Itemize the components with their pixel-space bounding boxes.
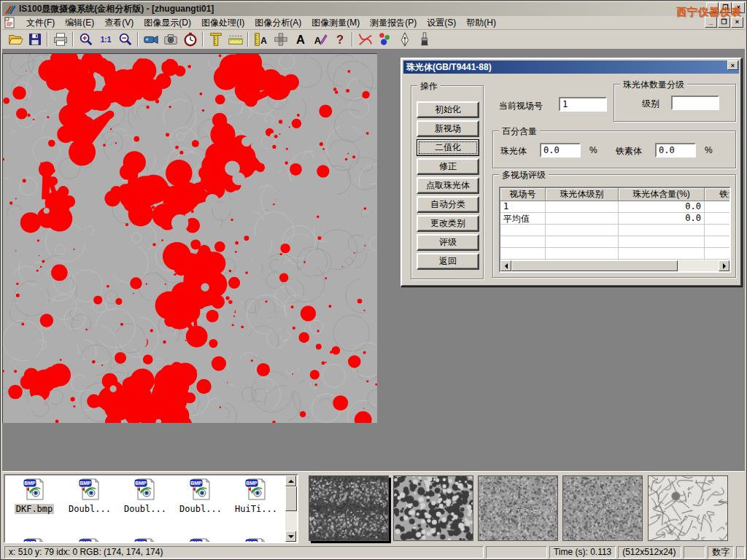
operation-button-0[interactable]: 初始化 xyxy=(417,101,479,118)
menu-item-3[interactable]: 图像显示(D) xyxy=(139,15,196,31)
percent-group-legend: 百分含量 xyxy=(499,125,540,138)
thumbnail-2[interactable] xyxy=(393,475,473,541)
help-button[interactable]: ? xyxy=(330,31,349,48)
rating-table-row-3[interactable] xyxy=(500,236,729,248)
toolbar: 1:1 xyxy=(2,30,745,50)
rating-cell xyxy=(619,236,705,248)
thumbnail-5[interactable] xyxy=(648,475,728,541)
svg-text:BMP: BMP xyxy=(190,481,202,486)
menu-item-9[interactable]: 帮助(H) xyxy=(461,15,501,31)
micrograph-image[interactable] xyxy=(2,53,377,423)
curve-tool-button[interactable] xyxy=(355,31,375,48)
operation-button-3[interactable]: 修正 xyxy=(417,158,479,175)
toolbar-separator xyxy=(202,32,204,47)
file-item-row2-2[interactable]: BMP xyxy=(118,537,172,542)
svg-text:BMP: BMP xyxy=(190,540,202,542)
operation-button-7[interactable]: 评级 xyxy=(417,234,479,251)
file-item-row2-0[interactable]: BMP xyxy=(7,537,61,542)
pick-pen-button[interactable] xyxy=(395,31,414,48)
svg-text:BMP: BMP xyxy=(24,481,36,486)
measure-text-icon: A xyxy=(253,31,269,47)
bmp-file-icon: BMP xyxy=(118,537,172,542)
operation-button-5[interactable]: 自动分类 xyxy=(417,196,479,213)
current-field-input[interactable] xyxy=(559,97,607,112)
measure-text-button[interactable]: A xyxy=(251,31,271,48)
help-icon: ? xyxy=(332,31,348,47)
rating-cell xyxy=(500,225,546,236)
rating-table[interactable]: 视场号珠光体级别珠光体含量(%)铁素体含量(%) 10.0平均值0.0 xyxy=(499,187,731,273)
caliper-icon xyxy=(208,31,224,47)
svg-text:BMP: BMP xyxy=(135,540,147,542)
operation-button-6[interactable]: 更改类别 xyxy=(417,215,479,232)
vscroll-thumb[interactable] xyxy=(285,486,297,511)
thumbnail-4[interactable] xyxy=(562,475,643,541)
scroll-left-button[interactable] xyxy=(500,260,511,271)
operation-button-1[interactable]: 新视场 xyxy=(417,120,479,137)
zoom-out-button[interactable] xyxy=(115,31,135,48)
grade-input[interactable] xyxy=(671,96,719,110)
dialog-close-button[interactable]: × xyxy=(727,61,738,70)
operation-button-2[interactable]: 二值化 xyxy=(417,139,479,156)
scroll-right-button[interactable] xyxy=(719,260,729,271)
classify-dots-button[interactable] xyxy=(375,31,395,48)
thumbnail-1[interactable] xyxy=(309,475,389,541)
operation-button-8[interactable]: 返回 xyxy=(417,253,479,270)
timer-button[interactable] xyxy=(180,31,200,48)
zoom-in-button[interactable] xyxy=(76,31,96,48)
scroll-up-button[interactable] xyxy=(285,475,296,486)
ruler-button[interactable] xyxy=(225,31,245,48)
menu-item-4[interactable]: 图像处理(I) xyxy=(196,15,249,31)
rating-table-row-4[interactable] xyxy=(500,248,729,260)
bmp-file-icon: BMP xyxy=(7,478,61,503)
text-label-button[interactable]: A xyxy=(290,31,310,48)
thumbnail-3[interactable] xyxy=(478,475,558,541)
rating-table-row-0[interactable]: 10.0 xyxy=(500,201,729,213)
menu-item-7[interactable]: 测量报告(P) xyxy=(365,15,422,31)
menu-item-5[interactable]: 图像分析(A) xyxy=(249,15,306,31)
menu-item-6[interactable]: 图像测量(M) xyxy=(306,15,365,31)
file-item-row2-4[interactable]: BMP xyxy=(229,537,283,542)
file-item-1[interactable]: BMPDoubl... xyxy=(63,478,117,514)
zoom-in-icon xyxy=(78,31,94,47)
file-item-row2-1[interactable]: BMP xyxy=(63,537,117,542)
file-item-3[interactable]: BMPDoubl... xyxy=(174,478,228,514)
rating-table-header: 视场号珠光体级别珠光体含量(%)铁素体含量(%) xyxy=(500,188,729,201)
open-file-icon xyxy=(7,31,23,47)
hscroll-thumb[interactable] xyxy=(511,260,678,271)
svg-text:1:1: 1:1 xyxy=(100,36,111,44)
save-button[interactable] xyxy=(25,31,44,48)
video-camera-button[interactable] xyxy=(141,31,160,48)
caliper-measure-button[interactable] xyxy=(206,31,225,48)
pearlite-percent-input[interactable] xyxy=(540,143,581,158)
file-item-2[interactable]: BMPDoubl... xyxy=(118,478,172,514)
file-browser: BMPDKF.bmpBMPDoubl...BMPDoubl...BMPDoubl… xyxy=(4,474,298,543)
rating-col-header-0: 视场号 xyxy=(500,188,546,201)
file-item-4[interactable]: BMPHuiTi... xyxy=(229,478,283,514)
file-item-0[interactable]: BMPDKF.bmp xyxy=(7,478,61,514)
ruler-icon xyxy=(228,31,244,47)
ferrite-percent-input[interactable] xyxy=(655,143,696,158)
edit-annotation-button[interactable]: A xyxy=(310,31,330,48)
grid-cross-button[interactable] xyxy=(271,31,290,48)
actual-size-button[interactable]: 1:1 xyxy=(96,31,115,48)
brush-tool-button[interactable] xyxy=(414,31,434,48)
rating-table-row-1[interactable]: 平均值0.0 xyxy=(500,213,729,225)
file-name: Doubl... xyxy=(67,504,112,514)
status-empty-1 xyxy=(486,546,547,559)
menu-item-2[interactable]: 查看(V) xyxy=(99,15,139,31)
svg-text:A: A xyxy=(260,36,267,46)
open-file-button[interactable] xyxy=(5,31,25,48)
rating-cell: 平均值 xyxy=(500,213,546,225)
print-button[interactable] xyxy=(50,31,70,48)
capture-camera-button[interactable] xyxy=(160,31,180,48)
menu-item-8[interactable]: 设置(S) xyxy=(422,15,461,31)
operation-button-4[interactable]: 点取珠光体 xyxy=(417,177,479,194)
rating-group: 多视场评级 视场号珠光体级别珠光体含量(%)铁素体含量(%) 10.0平均值0.… xyxy=(492,174,736,278)
menu-item-0[interactable]: 文件(F) xyxy=(21,15,60,31)
scroll-down-button[interactable] xyxy=(285,531,296,542)
file-item-row2-3[interactable]: BMP xyxy=(174,537,228,542)
rating-table-row-2[interactable] xyxy=(500,225,729,236)
classify-dots-icon xyxy=(377,31,393,47)
menu-item-1[interactable]: 编辑(E) xyxy=(60,15,99,31)
application-window: IS100显微摄像系统(金相分析版) - [zhuguangti01] _ ❐ … xyxy=(0,0,747,560)
